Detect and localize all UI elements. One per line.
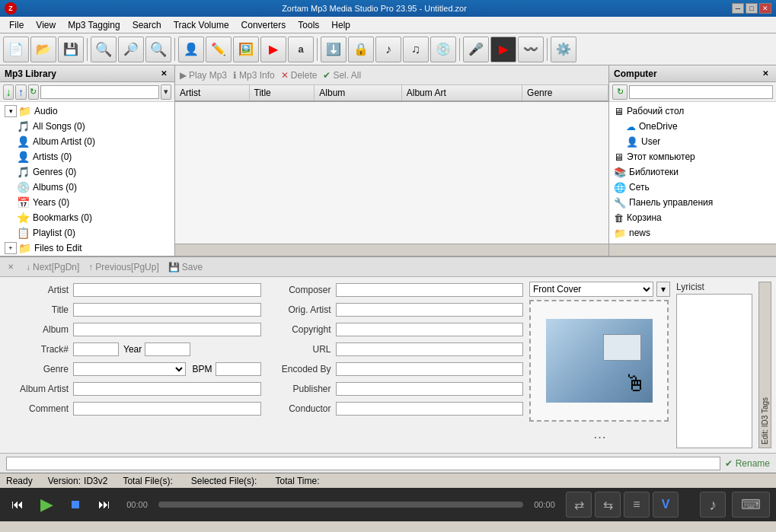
download-button[interactable]: ⬇️ — [321, 37, 346, 62]
library-search-input[interactable] — [40, 85, 159, 99]
zoom-button[interactable]: 🔎 — [118, 37, 144, 62]
computer-close-button[interactable]: ✕ — [759, 68, 771, 78]
mp3-info-button[interactable]: ℹ Mp3 Info — [233, 70, 275, 81]
mic-button[interactable]: 🎤 — [463, 37, 489, 62]
player-stop-button[interactable]: ⏹ — [64, 493, 87, 516]
maximize-button[interactable]: □ — [746, 3, 758, 14]
library-close-button[interactable]: ✕ — [158, 68, 170, 78]
cover-more-button[interactable]: … — [529, 426, 670, 442]
expand-files-button[interactable]: + — [5, 242, 17, 254]
title-input[interactable] — [73, 303, 261, 317]
note-player-button[interactable]: ♪ — [700, 492, 726, 518]
tree-item-album-artist[interactable]: 👤 Album Artist (0) — [2, 134, 173, 149]
year-input[interactable] — [145, 342, 190, 356]
copyright-input[interactable] — [336, 323, 524, 336]
rename-button[interactable]: ✔ Rename — [725, 458, 770, 469]
lock-button[interactable]: 🔒 — [348, 37, 374, 62]
computer-item-desktop[interactable]: 🖥 Рабочий стол — [611, 104, 774, 119]
rename-input[interactable] — [6, 457, 720, 470]
computer-scrollbar[interactable] — [609, 244, 776, 256]
new-button[interactable]: 📄 — [3, 37, 29, 62]
cover-dropdown-button[interactable]: ▾ — [656, 282, 670, 297]
computer-item-network[interactable]: 🌐 Сеть — [611, 180, 774, 195]
col-title[interactable]: Title — [249, 85, 315, 101]
menu-help[interactable]: Help — [325, 18, 356, 32]
player-prev-button[interactable]: ⏮ — [6, 493, 29, 516]
keyboard-button[interactable]: ⌨ — [732, 492, 770, 518]
tree-item-years[interactable]: 📅 Years (0) — [2, 195, 173, 210]
seek-bar[interactable] — [158, 502, 523, 508]
edit-button[interactable]: ✏️ — [206, 37, 232, 62]
tree-item-audio[interactable]: ▾ 📁 Audio — [2, 104, 173, 119]
tree-item-artists[interactable]: 👤 Artists (0) — [2, 149, 173, 164]
visualizer-button[interactable]: V — [653, 492, 679, 518]
tag-editor-close[interactable]: ✕ — [5, 262, 17, 272]
computer-item-thispc[interactable]: 🖥 Этот компьютер — [611, 149, 774, 164]
find-button[interactable]: 🔍 — [145, 37, 171, 62]
computer-item-user[interactable]: 👤 User — [611, 134, 774, 149]
tree-item-genres[interactable]: 🎵 Genres (0) — [2, 164, 173, 180]
computer-item-libraries[interactable]: 📚 Библиотеки — [611, 164, 774, 180]
playlist-button[interactable]: ≡ — [624, 492, 650, 518]
settings-button[interactable]: ⚙️ — [551, 37, 576, 62]
lib-dropdown-button[interactable]: ▾ — [161, 84, 171, 100]
menu-tools[interactable]: Tools — [292, 18, 325, 32]
computer-search-input[interactable] — [629, 85, 773, 99]
lib-add-button[interactable]: ↓ — [3, 84, 14, 100]
play-mp3-button[interactable]: ▶ Play Mp3 — [180, 70, 227, 81]
menu-converters[interactable]: Converters — [235, 18, 292, 32]
artist-input[interactable] — [73, 283, 261, 297]
col-albumart[interactable]: Album Art — [401, 85, 522, 101]
amazon-button[interactable]: a — [288, 37, 314, 62]
album-input[interactable] — [73, 323, 261, 336]
conductor-input[interactable] — [336, 402, 524, 416]
cover-image-box[interactable]: 🖱 — [529, 300, 669, 422]
tree-item-files-to-edit[interactable]: + 📁 Files to Edit — [2, 241, 173, 256]
publisher-input[interactable] — [336, 382, 524, 396]
note2-button[interactable]: ♫ — [403, 37, 429, 62]
lib-refresh-button[interactable]: ↻ — [28, 84, 39, 100]
genre-select[interactable] — [73, 362, 186, 376]
orig-artist-input[interactable] — [336, 303, 524, 317]
tree-item-bookmarks[interactable]: ⭐ Bookmarks (0) — [2, 210, 173, 225]
url-input[interactable] — [336, 342, 524, 356]
col-genre[interactable]: Genre — [522, 85, 608, 101]
computer-item-controlpanel[interactable]: 🔧 Панель управления — [611, 195, 774, 210]
col-album[interactable]: Album — [315, 85, 401, 101]
youtube2-button[interactable]: ▶ — [490, 37, 516, 62]
player-play-button[interactable]: ▶ — [35, 493, 58, 516]
save-button[interactable]: 💾 — [58, 37, 84, 62]
youtube-button[interactable]: ▶ — [260, 37, 286, 62]
cd-button[interactable]: 💿 — [430, 37, 456, 62]
cover-button[interactable]: 🖼️ — [233, 37, 259, 62]
menu-view[interactable]: View — [30, 18, 62, 32]
open-button[interactable]: 📂 — [30, 37, 56, 62]
computer-item-onedrive[interactable]: ☁ OneDrive — [611, 119, 774, 134]
close-button[interactable]: ✕ — [759, 3, 771, 14]
menu-search[interactable]: Search — [126, 18, 168, 32]
menu-file[interactable]: File — [3, 18, 30, 32]
sel-all-button[interactable]: ✔ Sel. All — [323, 70, 361, 81]
next-button[interactable]: ↓ Next[PgDn] — [26, 262, 79, 272]
lib-up-button[interactable]: ↑ — [15, 84, 26, 100]
prev-button[interactable]: ↑ Previous[PgUp] — [88, 262, 158, 272]
computer-refresh-button[interactable]: ↻ — [612, 84, 628, 100]
tree-item-playlist[interactable]: 📋 Playlist (0) — [2, 225, 173, 241]
expand-audio-button[interactable]: ▾ — [5, 105, 17, 117]
col-artist[interactable]: Artist — [175, 85, 249, 101]
wave-button[interactable]: 〰️ — [518, 37, 544, 62]
repeat-button[interactable]: ⇆ — [595, 492, 621, 518]
shuffle-button[interactable]: ⇄ — [566, 492, 592, 518]
composer-input[interactable] — [336, 283, 524, 297]
menu-mp3tagging[interactable]: Mp3 Tagging — [62, 18, 126, 32]
tree-item-all-songs[interactable]: 🎵 All Songs (0) — [2, 119, 173, 134]
tag-person-button[interactable]: 👤 — [178, 37, 204, 62]
computer-item-news[interactable]: 📁 news — [611, 225, 774, 241]
encoded-by-input[interactable] — [336, 362, 524, 376]
save-tag-button[interactable]: 💾 Save — [168, 262, 203, 272]
bpm-input[interactable] — [216, 362, 261, 376]
computer-item-recycle[interactable]: 🗑 Корзина — [611, 210, 774, 225]
cover-type-select[interactable]: Front Cover — [529, 282, 653, 297]
menu-trackvolume[interactable]: Track Volume — [168, 18, 235, 32]
tree-item-albums[interactable]: 💿 Albums (0) — [2, 180, 173, 195]
